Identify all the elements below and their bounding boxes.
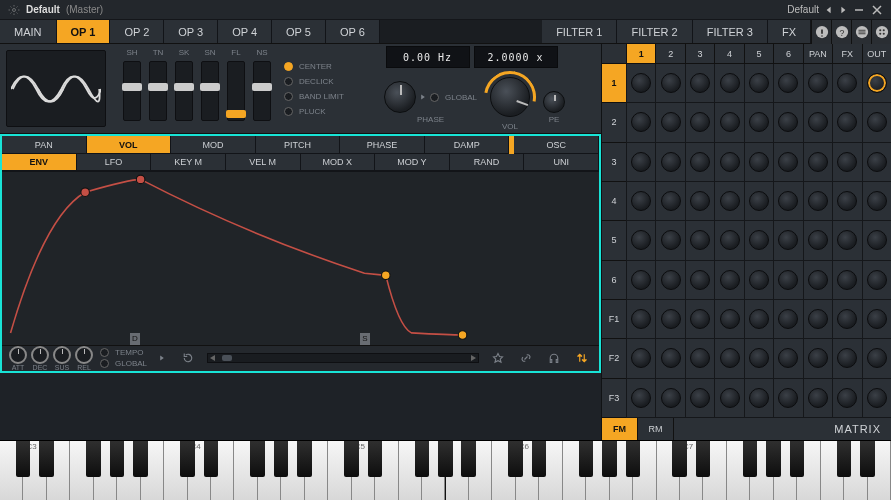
tab-op5[interactable]: OP 5 <box>272 20 326 43</box>
param-tab-osc[interactable]: OSC <box>514 136 599 154</box>
black-key[interactable] <box>274 441 289 477</box>
global-phase[interactable]: GLOBAL <box>430 93 477 102</box>
matrix-cell-4-2[interactable] <box>655 182 684 221</box>
param-tab-phase[interactable]: PHASE <box>340 136 425 154</box>
gear-icon[interactable] <box>8 4 20 16</box>
h-scrollbar[interactable] <box>207 353 479 363</box>
matrix-cell-6-4[interactable] <box>714 261 743 300</box>
black-key[interactable] <box>16 441 31 477</box>
matrix-col-4[interactable]: 4 <box>714 44 743 64</box>
decay-marker[interactable]: D <box>130 333 140 345</box>
black-key[interactable] <box>86 441 101 477</box>
matrix-cell-2-1[interactable] <box>626 103 655 142</box>
black-key[interactable] <box>250 441 265 477</box>
slider-sk[interactable] <box>175 61 193 121</box>
source-tab-lfo[interactable]: LFO <box>77 154 152 171</box>
matrix-cell-F2-2[interactable] <box>655 339 684 378</box>
param-tab-mod[interactable]: MOD <box>171 136 256 154</box>
matrix-cell-3-FX[interactable] <box>832 143 861 182</box>
piano-keyboard[interactable]: C3C4C5C6C7 <box>0 440 891 500</box>
black-key[interactable] <box>368 441 383 477</box>
option-pluck[interactable]: PLUCK <box>284 107 372 116</box>
envelope-editor[interactable]: D S <box>2 172 599 345</box>
black-key[interactable] <box>110 441 125 477</box>
param-tab-damp[interactable]: DAMP <box>425 136 510 154</box>
play-icon[interactable] <box>420 94 426 100</box>
black-key[interactable] <box>626 441 641 477</box>
param-tab-pan[interactable]: PAN <box>2 136 87 154</box>
option-center[interactable]: CENTER <box>284 62 372 71</box>
waveform-display[interactable] <box>6 50 106 127</box>
black-key[interactable] <box>766 441 781 477</box>
tab-filter2[interactable]: FILTER 2 <box>617 20 692 43</box>
matrix-cell-F3-FX[interactable] <box>832 379 861 418</box>
black-key[interactable] <box>461 441 476 477</box>
black-key[interactable] <box>39 441 54 477</box>
tempo-option[interactable]: TEMPO <box>100 348 147 357</box>
matrix-cell-6-PAN[interactable] <box>803 261 832 300</box>
tab-op6[interactable]: OP 6 <box>326 20 380 43</box>
matrix-cell-3-5[interactable] <box>744 143 773 182</box>
matrix-cell-5-4[interactable] <box>714 221 743 260</box>
matrix-cell-6-2[interactable] <box>655 261 684 300</box>
matrix-row-2[interactable]: 2 <box>602 103 626 142</box>
env-rel-knob[interactable] <box>75 346 93 364</box>
matrix-row-3[interactable]: 3 <box>602 143 626 182</box>
matrix-cell-5-5[interactable] <box>744 221 773 260</box>
global-option[interactable]: GLOBAL <box>100 359 147 368</box>
preset-name[interactable]: Default <box>787 4 819 15</box>
matrix-row-1[interactable]: 1 <box>602 64 626 103</box>
help-icon[interactable]: ? <box>831 20 851 44</box>
source-tab-env[interactable]: ENV <box>2 154 77 171</box>
matrix-cell-3-3[interactable] <box>685 143 714 182</box>
black-key[interactable] <box>133 441 148 477</box>
source-tab-mody[interactable]: MOD Y <box>375 154 450 171</box>
matrix-cell-3-OUT[interactable] <box>862 143 891 182</box>
black-key[interactable] <box>532 441 547 477</box>
black-key[interactable] <box>297 441 312 477</box>
matrix-cell-1-OUT[interactable] <box>862 64 891 103</box>
matrix-cell-2-2[interactable] <box>655 103 684 142</box>
matrix-mode-rm[interactable]: RM <box>638 418 674 440</box>
matrix-cell-6-5[interactable] <box>744 261 773 300</box>
black-key[interactable] <box>438 441 453 477</box>
env-dec-knob[interactable] <box>31 346 49 364</box>
matrix-cell-4-5[interactable] <box>744 182 773 221</box>
matrix-cell-F3-6[interactable] <box>773 379 802 418</box>
option-band-limit[interactable]: BAND LIMIT <box>284 92 372 101</box>
matrix-cell-F3-5[interactable] <box>744 379 773 418</box>
matrix-cell-1-3[interactable] <box>685 64 714 103</box>
source-tab-velm[interactable]: VEL M <box>226 154 301 171</box>
matrix-cell-F1-4[interactable] <box>714 300 743 339</box>
tab-filter3[interactable]: FILTER 3 <box>693 20 768 43</box>
tab-fx[interactable]: FX <box>768 20 811 43</box>
matrix-cell-2-6[interactable] <box>773 103 802 142</box>
source-tab-modx[interactable]: MOD X <box>301 154 376 171</box>
matrix-cell-F1-PAN[interactable] <box>803 300 832 339</box>
matrix-row-f1[interactable]: F1 <box>602 300 626 339</box>
matrix-col-2[interactable]: 2 <box>655 44 684 64</box>
slider-ns[interactable] <box>253 61 271 121</box>
matrix-cell-1-1[interactable] <box>626 64 655 103</box>
matrix-cell-4-4[interactable] <box>714 182 743 221</box>
matrix-cell-F2-FX[interactable] <box>832 339 861 378</box>
black-key[interactable] <box>743 441 758 477</box>
matrix-cell-1-5[interactable] <box>744 64 773 103</box>
option-declick[interactable]: DECLICK <box>284 77 372 86</box>
matrix-cell-1-6[interactable] <box>773 64 802 103</box>
matrix-cell-F3-PAN[interactable] <box>803 379 832 418</box>
matrix-cell-F2-PAN[interactable] <box>803 339 832 378</box>
matrix-cell-5-1[interactable] <box>626 221 655 260</box>
swap-icon[interactable] <box>571 349 593 367</box>
close-icon[interactable] <box>871 4 883 16</box>
matrix-cell-4-FX[interactable] <box>832 182 861 221</box>
matrix-cell-4-3[interactable] <box>685 182 714 221</box>
matrix-cell-5-3[interactable] <box>685 221 714 260</box>
black-key[interactable] <box>415 441 430 477</box>
matrix-cell-F3-1[interactable] <box>626 379 655 418</box>
slider-tn[interactable] <box>149 61 167 121</box>
pe-knob[interactable] <box>543 91 565 113</box>
matrix-cell-1-FX[interactable] <box>832 64 861 103</box>
tab-op4[interactable]: OP 4 <box>218 20 272 43</box>
matrix-cell-4-1[interactable] <box>626 182 655 221</box>
